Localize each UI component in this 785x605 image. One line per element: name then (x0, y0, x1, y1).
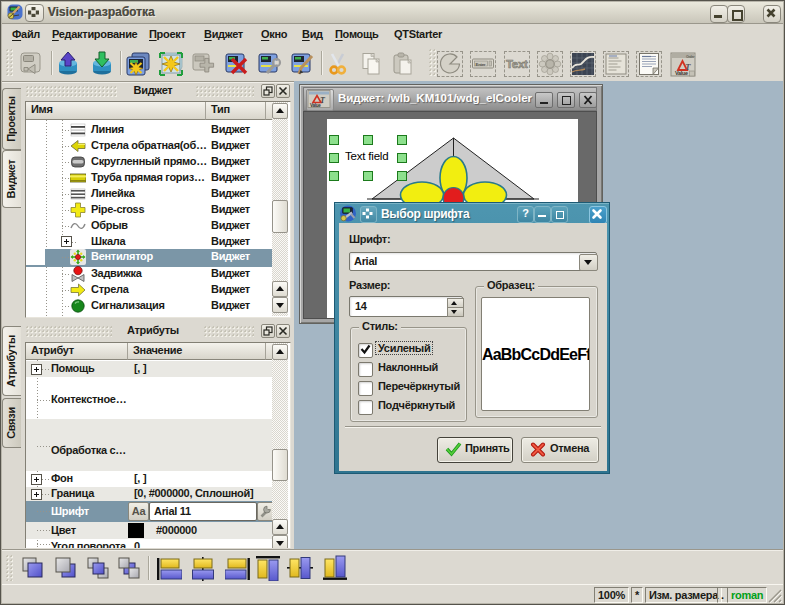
svg-text:Value: Value (675, 70, 688, 76)
svg-text:Enter: Enter (476, 62, 486, 67)
svg-text:Order: Order (686, 55, 695, 59)
svg-text:Text: Text (506, 58, 528, 70)
svg-text:Value: Value (310, 103, 321, 108)
